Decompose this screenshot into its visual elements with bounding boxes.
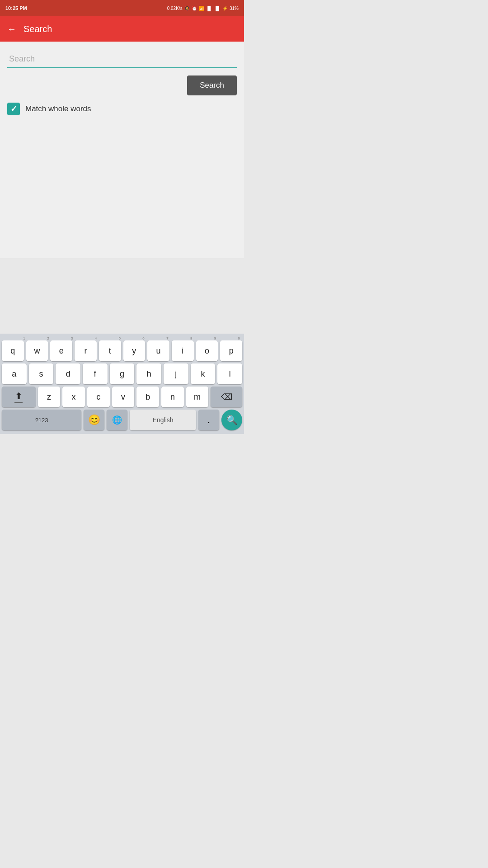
signal1-icon: ▐▌: [206, 6, 212, 11]
wifi-icon: 📶: [199, 6, 204, 11]
backspace-key[interactable]: ⌫: [211, 387, 242, 407]
back-button[interactable]: ←: [7, 24, 16, 34]
space-key[interactable]: English: [130, 410, 196, 430]
key-w[interactable]: w: [26, 340, 48, 361]
key-j[interactable]: j: [164, 363, 188, 384]
key-r[interactable]: r: [75, 340, 97, 361]
search-button-row: Search: [7, 75, 237, 95]
key-a[interactable]: a: [2, 363, 27, 384]
key-h[interactable]: h: [136, 363, 161, 384]
status-icons: 0.02K/s 🔕 ⏰ 📶 ▐▌ ▐▌ ⚡ 31%: [167, 6, 239, 11]
charging-icon: ⚡: [222, 6, 228, 11]
battery: 31%: [230, 6, 239, 11]
key-n[interactable]: n: [161, 387, 184, 407]
key-d[interactable]: d: [56, 363, 80, 384]
key-p[interactable]: p: [220, 340, 242, 361]
key-q[interactable]: q: [2, 340, 24, 361]
content-area: Search ✓ Match whole words: [0, 42, 244, 258]
key-k[interactable]: k: [191, 363, 216, 384]
emoji-key[interactable]: 😊: [84, 410, 104, 430]
keyboard-action-row: ?123 😊 🌐 English . 🔍: [2, 410, 242, 430]
number-hints: 1 2 3 4 5 6 7 8 9 0: [2, 336, 242, 340]
numbers-key[interactable]: ?123: [2, 410, 81, 430]
key-e[interactable]: e: [50, 340, 72, 361]
key-v[interactable]: v: [112, 387, 135, 407]
key-z[interactable]: z: [38, 387, 61, 407]
key-m[interactable]: m: [186, 387, 209, 407]
key-l[interactable]: l: [217, 363, 242, 384]
dot-key[interactable]: .: [198, 410, 219, 430]
alarm-icon: ⏰: [192, 6, 197, 11]
key-u[interactable]: u: [147, 340, 169, 361]
backspace-icon: ⌫: [221, 392, 232, 402]
search-action-key[interactable]: 🔍: [221, 410, 242, 430]
search-action-icon: 🔍: [226, 415, 238, 425]
key-s[interactable]: s: [29, 363, 54, 384]
globe-icon: 🌐: [112, 415, 122, 425]
time: 10:25 PM: [5, 5, 27, 11]
match-whole-words-row: ✓ Match whole words: [7, 103, 237, 115]
app-bar: ← Search: [0, 16, 244, 42]
key-t[interactable]: t: [99, 340, 121, 361]
key-o[interactable]: o: [196, 340, 218, 361]
match-whole-words-checkbox[interactable]: ✓: [7, 103, 20, 115]
globe-key[interactable]: 🌐: [107, 410, 127, 430]
keyboard-row-2: a s d f g h j k l: [2, 363, 242, 384]
search-input-container: [7, 51, 237, 68]
key-c[interactable]: c: [87, 387, 110, 407]
network-speed: 0.02K/s: [167, 6, 183, 11]
keyboard-row-3: ⬆ z x c v b n m ⌫: [2, 387, 242, 407]
status-bar: 10:25 PM 0.02K/s 🔕 ⏰ 📶 ▐▌ ▐▌ ⚡ 31%: [0, 0, 244, 16]
shift-key[interactable]: ⬆: [2, 387, 36, 407]
signal2-icon: ▐▌: [214, 6, 221, 11]
key-i[interactable]: i: [172, 340, 194, 361]
keyboard-row-1: q w e r t y u i o p: [2, 340, 242, 361]
keyboard: 1 2 3 4 5 6 7 8 9 0 q w e r t y u i o p …: [0, 334, 244, 434]
key-y[interactable]: y: [123, 340, 145, 361]
shift-icon: ⬆: [15, 391, 23, 401]
shift-underline: [14, 402, 23, 403]
key-b[interactable]: b: [136, 387, 159, 407]
match-whole-words-label: Match whole words: [25, 104, 91, 113]
mute-icon: 🔕: [184, 6, 190, 11]
emoji-icon: 😊: [88, 414, 100, 426]
key-x[interactable]: x: [62, 387, 85, 407]
key-g[interactable]: g: [110, 363, 135, 384]
search-input[interactable]: [7, 51, 237, 67]
key-f[interactable]: f: [83, 363, 108, 384]
search-button[interactable]: Search: [187, 75, 237, 95]
checkmark-icon: ✓: [10, 104, 17, 114]
empty-area: [7, 123, 237, 249]
page-title: Search: [23, 24, 52, 34]
